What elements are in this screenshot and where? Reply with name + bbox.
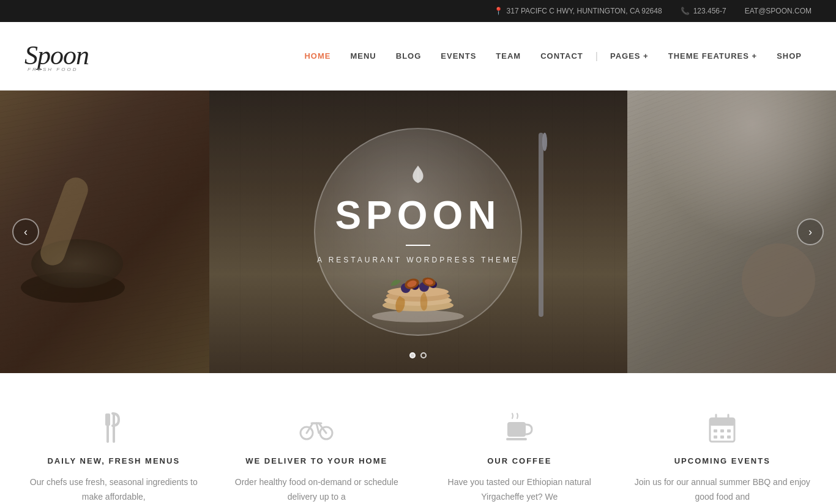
site-header: Spoon FRESH FOOD HOME MENU BLOG EVENTS T… <box>0 22 836 91</box>
nav-team[interactable]: TEAM <box>486 51 531 61</box>
nav-contact[interactable]: CONTACT <box>531 51 593 61</box>
slider-next-button[interactable]: › <box>797 218 824 245</box>
svg-rect-18 <box>113 413 115 443</box>
nav-separator: | <box>593 51 600 62</box>
feature-events: UPCOMING EVENTS Join us for our annual s… <box>633 410 812 504</box>
leaf-icon-svg <box>411 165 425 184</box>
site-logo[interactable]: Spoon FRESH FOOD <box>24 37 98 75</box>
main-nav: HOME MENU BLOG EVENTS TEAM CONTACT | PAG… <box>294 51 812 62</box>
nav-shop[interactable]: SHOP <box>767 51 812 61</box>
feature-menus-text: Our chefs use fresh, seasonal ingredient… <box>24 475 203 504</box>
slider-dot-1[interactable] <box>409 352 416 358</box>
slider-prev-button[interactable]: ‹ <box>12 218 39 245</box>
hero-main-title: SPOON <box>314 196 522 235</box>
feature-coffee-text: Have you tasted our Ethiopian natural Yi… <box>430 475 609 504</box>
feature-events-title: UPCOMING EVENTS <box>633 456 812 465</box>
slider-dots <box>409 352 427 358</box>
calendar-icon <box>709 413 736 443</box>
nav-menu[interactable]: MENU <box>340 51 386 61</box>
svg-rect-27 <box>714 429 717 432</box>
svg-rect-30 <box>714 435 717 439</box>
nav-pages[interactable]: PAGES <box>600 51 659 61</box>
food-svg <box>363 244 473 324</box>
phone-icon: 📞 <box>681 7 690 15</box>
phone-text: 123.456-7 <box>693 7 726 15</box>
arrow-right-icon: › <box>808 226 812 239</box>
nav-blog[interactable]: BLOG <box>386 51 431 61</box>
feature-delivery-text: Order healthy food on-demand or schedule… <box>228 475 406 504</box>
feature-events-text: Join us for our annual summer BBQ and en… <box>633 475 812 504</box>
hero-leaf-icon <box>314 165 522 188</box>
feature-delivery-icon <box>228 410 406 447</box>
svg-rect-29 <box>727 429 731 432</box>
svg-rect-24 <box>710 418 734 426</box>
svg-rect-32 <box>727 435 731 439</box>
top-bar: 📍 317 PACIFC C HWY, HUNTINGTON, CA 92648… <box>0 0 836 22</box>
bicycle-icon <box>299 416 334 440</box>
feature-delivery: WE DELIVER TO YOUR HOME Order healthy fo… <box>228 410 406 504</box>
feature-coffee: OUR COFFEE Have you tasted our Ethiopian… <box>430 410 609 504</box>
logo-svg: Spoon FRESH FOOD <box>24 37 98 71</box>
feature-menus-icon <box>24 410 203 447</box>
email-text: EAT@SPOON.COM <box>745 7 812 15</box>
svg-point-2 <box>372 310 464 322</box>
features-section: DAILY NEW, FRESH MENUS Our chefs use fre… <box>0 373 836 504</box>
address-text: 317 PACIFC C HWY, HUNTINGTON, CA 92648 <box>507 7 662 15</box>
hero-slider: SPOON A RESTAURANT WORDPRESS THEME ‹ › <box>0 91 836 373</box>
feature-menus: DAILY NEW, FRESH MENUS Our chefs use fre… <box>24 410 203 504</box>
svg-rect-21 <box>507 422 526 437</box>
svg-rect-17 <box>105 413 110 426</box>
slider-dot-2[interactable] <box>420 352 427 358</box>
address-info: 📍 317 PACIFC C HWY, HUNTINGTON, CA 92648 <box>494 7 662 15</box>
feature-events-icon <box>633 410 812 447</box>
svg-rect-31 <box>720 435 724 439</box>
coffee-cup-icon <box>505 412 534 444</box>
svg-text:Spoon: Spoon <box>24 40 89 70</box>
nav-theme-features[interactable]: THEME FEATURES <box>659 51 767 61</box>
phone-info: 📞 123.456-7 <box>681 7 726 15</box>
location-icon: 📍 <box>494 7 503 15</box>
feature-coffee-title: OUR COFFEE <box>430 456 609 465</box>
svg-rect-22 <box>506 438 527 440</box>
email-info: EAT@SPOON.COM <box>745 7 812 15</box>
nav-home[interactable]: HOME <box>294 51 340 61</box>
svg-text:FRESH FOOD: FRESH FOOD <box>28 67 78 71</box>
feature-delivery-title: WE DELIVER TO YOUR HOME <box>228 456 406 465</box>
logo-name: Spoon FRESH FOOD <box>24 37 98 75</box>
svg-rect-28 <box>720 429 724 432</box>
fork-knife-icon <box>102 412 126 444</box>
plate-container: SPOON A RESTAURANT WORDPRESS THEME <box>314 128 522 336</box>
feature-coffee-icon <box>430 410 609 447</box>
feature-menus-title: DAILY NEW, FRESH MENUS <box>24 456 203 465</box>
arrow-left-icon: ‹ <box>24 226 28 239</box>
nav-events[interactable]: EVENTS <box>431 51 486 61</box>
